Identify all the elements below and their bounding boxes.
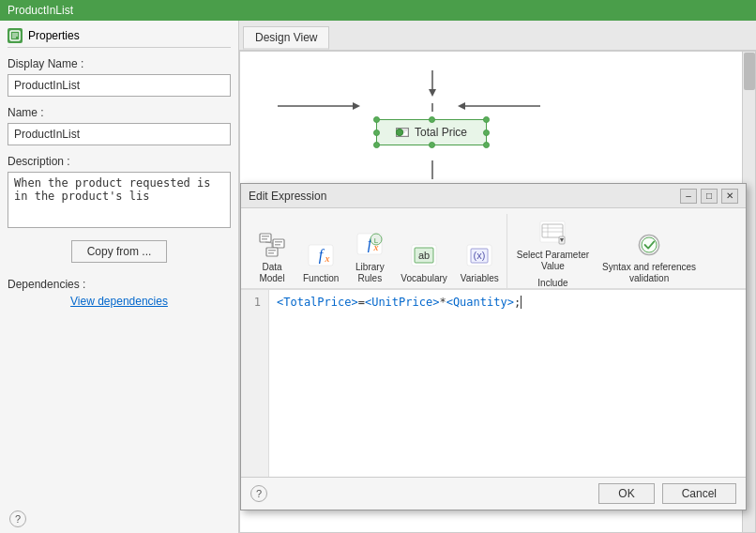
vocabulary-icon: ab: [409, 241, 439, 271]
dialog-toolbar: DataModel f x Function: [241, 208, 746, 289]
dependencies-label: Dependencies :: [8, 278, 231, 291]
syntax-validation-icon: [634, 230, 664, 260]
code-quantity-tag: <Quantity>: [446, 296, 514, 309]
svg-rect-21: [275, 241, 282, 243]
total-price-node[interactable]: Total Price: [376, 119, 487, 145]
display-name-label: Display Name :: [8, 57, 231, 70]
handle-mr: [483, 129, 490, 136]
code-total-price-tag: <TotalPrice>: [277, 296, 358, 309]
handle-bl: [373, 142, 380, 148]
svg-text:L: L: [374, 236, 379, 245]
svg-text:x: x: [325, 252, 330, 264]
maximize-button[interactable]: □: [701, 189, 718, 204]
line-numbers: 1: [241, 290, 269, 477]
data-model-button[interactable]: DataModel: [249, 226, 295, 288]
library-rules-icon: f x L: [355, 230, 385, 260]
view-dependencies-link[interactable]: View dependencies: [8, 295, 231, 308]
footer-buttons: OK Cancel: [598, 483, 736, 504]
dialog-titlebar: Edit Expression – □ ✕: [241, 184, 746, 208]
code-equals: =: [358, 296, 365, 309]
include-section: ▼ Select ParameterValue Include: [507, 214, 595, 288]
data-model-label: DataModel: [259, 262, 284, 284]
dialog-footer: ? OK Cancel: [241, 477, 746, 510]
handle-ml: [373, 129, 380, 136]
include-items: ▼ Select ParameterValue: [511, 214, 595, 276]
svg-rect-19: [262, 238, 267, 240]
handle-tm: [429, 116, 435, 123]
vocabulary-label: Vocabulary: [401, 273, 446, 284]
code-cursor: [521, 296, 522, 309]
handle-tr: [483, 116, 490, 123]
display-name-input[interactable]: [8, 74, 231, 97]
line-number-1: 1: [249, 296, 261, 309]
function-button[interactable]: f x Function: [297, 237, 344, 288]
svg-text:(x): (x): [474, 250, 486, 261]
svg-rect-25: [268, 252, 274, 254]
handle-br: [483, 142, 490, 148]
svg-marker-9: [429, 89, 436, 97]
properties-icon: [8, 28, 23, 43]
bottom-help[interactable]: ?: [9, 510, 26, 527]
svg-marker-5: [353, 102, 360, 110]
svg-rect-18: [262, 236, 269, 237]
ok-button[interactable]: OK: [598, 483, 654, 504]
variables-button[interactable]: (x) Variables: [455, 237, 505, 288]
title-text: ProductInList: [8, 4, 73, 17]
code-line-1: <TotalPrice>=<UnitPrice>*<Quantity>;: [277, 296, 738, 309]
data-model-icon: [257, 230, 287, 260]
connector-arrows: [278, 97, 559, 115]
code-multiply: *: [439, 296, 446, 309]
node-label: Total Price: [415, 126, 467, 139]
description-textarea[interactable]: When the product requested is in the pro…: [8, 172, 231, 228]
bottom-help-icon[interactable]: ?: [9, 510, 26, 527]
description-label: Description :: [8, 155, 231, 168]
name-input[interactable]: [8, 123, 231, 145]
select-parameter-value-icon: ▼: [537, 218, 567, 248]
properties-header: Properties: [8, 28, 231, 48]
code-content[interactable]: <TotalPrice>=<UnitPrice>*<Quantity>;: [269, 290, 746, 477]
select-parameter-value-label: Select ParameterValue: [517, 250, 589, 272]
variables-label: Variables: [461, 273, 499, 284]
help-button[interactable]: ?: [250, 485, 267, 502]
code-unit-price-tag: <UnitPrice>: [365, 296, 439, 309]
bottom-arrow: [423, 160, 442, 184]
library-rules-label: LibraryRules: [355, 262, 385, 284]
copy-from-button[interactable]: Copy from ...: [71, 240, 168, 263]
close-button[interactable]: ✕: [721, 189, 738, 204]
library-rules-button[interactable]: f x L LibraryRules: [346, 226, 393, 288]
handle-tl: [373, 116, 380, 123]
edit-expression-dialog: Edit Expression – □ ✕: [240, 183, 747, 510]
svg-rect-22: [275, 244, 280, 246]
function-label: Function: [303, 273, 339, 284]
design-view-tab[interactable]: Design View: [243, 26, 329, 50]
scrollbar-thumb[interactable]: [744, 53, 755, 90]
function-icon: f x: [306, 241, 336, 271]
design-area: Total Price Edit Expression – □ ✕: [239, 51, 756, 533]
dialog-title: Edit Expression: [249, 190, 326, 203]
node-icon: [396, 128, 409, 137]
properties-title: Properties: [28, 29, 80, 42]
vertical-arrows: [423, 70, 442, 113]
title-bar: ProductInList: [0, 0, 756, 21]
svg-rect-43: [542, 224, 563, 237]
syntax-validation-label: Syntax and referencesvalidation: [602, 262, 696, 284]
svg-line-26: [265, 242, 273, 243]
code-semicolon: ;: [514, 296, 521, 309]
svg-text:ab: ab: [418, 250, 430, 261]
svg-rect-24: [268, 250, 276, 251]
variables-icon: (x): [464, 241, 494, 271]
syntax-validation-button[interactable]: Syntax and referencesvalidation: [597, 226, 702, 288]
select-parameter-value-button[interactable]: ▼ Select ParameterValue: [511, 214, 595, 276]
code-editor[interactable]: 1 <TotalPrice>=<UnitPrice>*<Quantity>;: [241, 289, 746, 477]
cancel-button[interactable]: Cancel: [662, 483, 736, 504]
right-panel: Design View: [239, 21, 756, 533]
vocabulary-button[interactable]: ab Vocabulary: [395, 237, 452, 288]
name-label: Name :: [8, 106, 231, 119]
svg-marker-7: [458, 102, 465, 110]
svg-text:▼: ▼: [559, 236, 566, 243]
handle-bm: [429, 142, 435, 148]
left-panel: Properties Display Name : Name : Descrip…: [0, 21, 239, 533]
svg-rect-12: [397, 129, 408, 136]
dialog-controls: – □ ✕: [680, 189, 738, 204]
minimize-button[interactable]: –: [680, 189, 697, 204]
